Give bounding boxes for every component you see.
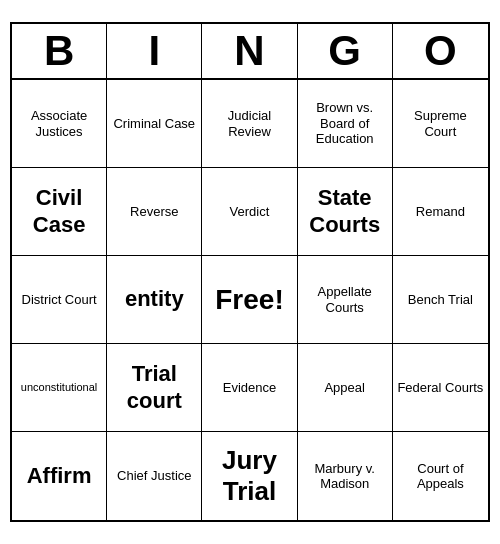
bingo-cell-16: Trial court — [107, 344, 202, 432]
bingo-cell-22: Jury Trial — [202, 432, 297, 520]
header-letter-N: N — [202, 24, 297, 78]
bingo-cell-5: Civil Case — [12, 168, 107, 256]
bingo-cell-10: District Court — [12, 256, 107, 344]
header-letter-O: O — [393, 24, 488, 78]
bingo-cell-3: Brown vs. Board of Education — [298, 80, 393, 168]
bingo-cell-23: Marbury v. Madison — [298, 432, 393, 520]
bingo-cell-17: Evidence — [202, 344, 297, 432]
bingo-cell-13: Appellate Courts — [298, 256, 393, 344]
bingo-cell-19: Federal Courts — [393, 344, 488, 432]
bingo-cell-12: Free! — [202, 256, 297, 344]
bingo-cell-20: Affirm — [12, 432, 107, 520]
header-letter-I: I — [107, 24, 202, 78]
bingo-cell-11: entity — [107, 256, 202, 344]
bingo-cell-4: Supreme Court — [393, 80, 488, 168]
bingo-grid: Associate JusticesCriminal CaseJudicial … — [12, 80, 488, 520]
bingo-cell-24: Court of Appeals — [393, 432, 488, 520]
bingo-header: BINGO — [12, 24, 488, 80]
bingo-cell-7: Verdict — [202, 168, 297, 256]
bingo-cell-9: Remand — [393, 168, 488, 256]
bingo-cell-2: Judicial Review — [202, 80, 297, 168]
bingo-cell-1: Criminal Case — [107, 80, 202, 168]
bingo-cell-18: Appeal — [298, 344, 393, 432]
header-letter-B: B — [12, 24, 107, 78]
bingo-cell-14: Bench Trial — [393, 256, 488, 344]
bingo-cell-0: Associate Justices — [12, 80, 107, 168]
bingo-cell-15: unconstitutional — [12, 344, 107, 432]
bingo-card: BINGO Associate JusticesCriminal CaseJud… — [10, 22, 490, 522]
bingo-cell-6: Reverse — [107, 168, 202, 256]
bingo-cell-8: State Courts — [298, 168, 393, 256]
bingo-cell-21: Chief Justice — [107, 432, 202, 520]
header-letter-G: G — [298, 24, 393, 78]
